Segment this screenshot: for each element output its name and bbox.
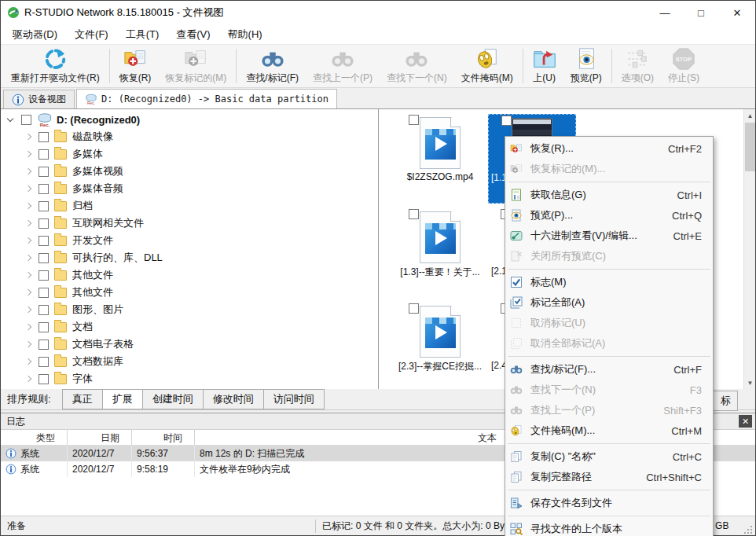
log-column-header[interactable]: 时间 — [132, 430, 195, 445]
tree-root-row[interactable]: Rec.D: (Recognized0) — [1, 111, 378, 128]
file-item[interactable]: $I2ZSZOG.mp4 — [396, 114, 484, 204]
sort-tab[interactable]: 扩展 — [102, 389, 142, 409]
checkbox[interactable] — [39, 218, 49, 229]
chevron-right-icon[interactable] — [23, 149, 34, 160]
log-column-header[interactable]: 类型 — [1, 430, 68, 445]
context-menu-item[interactable]: 复制完整路径Ctrl+Shift+C — [505, 467, 713, 487]
maximize-icon[interactable]: □ — [683, 1, 719, 24]
checkbox[interactable] — [39, 288, 49, 298]
tree-folder-row[interactable]: 图形、图片 — [1, 301, 378, 318]
checkbox[interactable] — [39, 184, 49, 194]
chevron-right-icon[interactable] — [23, 287, 34, 298]
context-menu-item[interactable]: 获取信息(G)Ctrl+I — [505, 185, 713, 205]
checkbox[interactable] — [39, 340, 49, 350]
chevron-right-icon[interactable] — [23, 321, 34, 332]
chevron-right-icon[interactable] — [23, 235, 34, 246]
tree-folder-row[interactable]: 其他文件 — [1, 284, 378, 301]
toolbar-button[interactable]: 预览(P) — [563, 46, 609, 86]
menubar-item[interactable]: 文件(F) — [66, 24, 117, 44]
checkbox[interactable] — [39, 167, 49, 177]
tree-folder-row[interactable]: 归档 — [1, 197, 378, 215]
chevron-right-icon[interactable] — [23, 304, 34, 315]
log-column-header[interactable]: 日期 — [68, 430, 132, 445]
checkbox[interactable] — [39, 374, 49, 384]
tree-folder-row[interactable]: 多媒体音频 — [1, 180, 378, 197]
vertical-scrollbar[interactable]: ▲ ▼ — [743, 109, 755, 389]
toolbar-button[interactable]: 重新打开驱动文件(R) — [4, 46, 107, 86]
minimize-icon[interactable]: — — [647, 1, 683, 24]
view-tab[interactable]: Rec.D: (Recognized0) -> Basic data parti… — [76, 89, 337, 108]
context-menu-item[interactable]: 标志(M) — [505, 272, 713, 292]
toolbar-button[interactable]: 文件掩码(M) — [454, 46, 520, 86]
toolbar-button[interactable]: STOP停止(S) — [661, 46, 706, 86]
checkbox[interactable] — [39, 149, 49, 160]
menubar-item[interactable]: 驱动器(D) — [4, 24, 66, 44]
scroll-thumb[interactable] — [745, 123, 755, 171]
context-menu-item[interactable]: 关闭所有预览(C) — [505, 246, 713, 266]
context-menu-item[interactable]: 预览(P)...Ctrl+Q — [505, 205, 713, 226]
checkbox[interactable] — [39, 357, 49, 367]
toolbar-button[interactable]: 查找下一个(N) — [380, 46, 454, 86]
context-menu-item[interactable]: 保存文件名到文件 — [505, 493, 713, 513]
toolbar-button[interactable]: 查找上一个(P) — [306, 46, 380, 86]
toolbar-button[interactable]: 查找/标记(F) — [239, 46, 306, 86]
file-item[interactable]: [1.3]--重要！关于... — [396, 208, 484, 298]
context-menu-item[interactable]: 恢复标记的(M)... — [505, 159, 713, 179]
file-checkbox[interactable] — [409, 303, 419, 314]
context-menu-item[interactable]: 取消全部标记(A) — [505, 333, 713, 354]
tree-folder-row[interactable]: 文档数据库 — [1, 353, 378, 370]
chevron-right-icon[interactable] — [23, 339, 34, 350]
tree-folder-row[interactable]: 字体 — [1, 370, 378, 387]
context-menu-item[interactable]: 查找上一个(P)Shift+F3 — [505, 400, 713, 420]
menubar-item[interactable]: 查看(V) — [167, 24, 218, 44]
chevron-right-icon[interactable] — [23, 218, 34, 229]
context-menu-item[interactable]: 查找下一个(N)F3 — [505, 380, 713, 400]
tree-folder-row[interactable]: 文档电子表格 — [1, 336, 378, 353]
context-menu-item[interactable]: 文件掩码(M)...Ctrl+M — [505, 420, 713, 441]
chevron-right-icon[interactable] — [23, 252, 34, 263]
file-checkbox[interactable] — [409, 209, 419, 219]
chevron-right-icon[interactable] — [23, 373, 34, 384]
chevron-right-icon[interactable] — [23, 270, 34, 281]
scroll-up-icon[interactable]: ▲ — [744, 109, 755, 122]
checkbox[interactable] — [39, 322, 49, 332]
tree-folder-row[interactable]: 多媒体 — [1, 145, 378, 163]
sort-tab[interactable]: 创建时间 — [142, 389, 203, 409]
log-close-icon[interactable]: ✕ — [739, 415, 752, 428]
sort-tab[interactable]: 修改时间 — [203, 389, 263, 409]
checkbox[interactable] — [39, 253, 49, 263]
file-checkbox[interactable] — [501, 116, 512, 126]
tree-folder-row[interactable]: 可执行的、库、DLL — [1, 249, 378, 266]
toolbar-button[interactable]: 上(U) — [526, 46, 563, 86]
tree-folder-row[interactable]: 开发文件 — [1, 232, 378, 249]
chevron-right-icon[interactable] — [23, 183, 34, 194]
context-menu-item[interactable]: 查找/标记(F)...Ctrl+F — [505, 359, 713, 380]
toolbar-button[interactable]: 恢复标记的(M) — [158, 46, 233, 86]
context-menu-item[interactable]: 标记全部(A) — [505, 292, 713, 313]
context-menu-item[interactable]: 取消标记(U) — [505, 313, 713, 333]
tree-folder-row[interactable]: 多媒体视频 — [1, 163, 378, 180]
chevron-right-icon[interactable] — [23, 131, 34, 142]
tree-folder-row[interactable]: 其他文件 — [1, 266, 378, 284]
chevron-right-icon[interactable] — [23, 356, 34, 367]
file-item[interactable]: [2.3]--掌握CE挖掘... — [396, 303, 484, 389]
resize-grip[interactable] — [743, 524, 754, 535]
context-menu-item[interactable]: 十六进制查看(V)/编辑...Ctrl+E — [505, 226, 713, 246]
context-menu-item[interactable]: 恢复(R)...Ctrl+F2 — [505, 138, 713, 159]
toolbar-button[interactable]: 选项(O) — [615, 46, 661, 86]
chevron-right-icon[interactable] — [23, 200, 34, 211]
tree-folder-row[interactable]: 互联网相关文件 — [1, 215, 378, 232]
checkbox[interactable] — [39, 270, 49, 281]
menubar-item[interactable]: 工具(T) — [117, 24, 168, 44]
tree-folder-row[interactable]: 磁盘映像 — [1, 128, 378, 145]
file-checkbox[interactable] — [409, 115, 419, 125]
checkbox[interactable] — [39, 132, 49, 142]
checkbox[interactable] — [39, 201, 49, 211]
checkbox[interactable] — [39, 305, 49, 315]
context-menu-item[interactable]: 复制(C) "名称"Ctrl+C — [505, 446, 713, 467]
sort-tab[interactable]: 真正 — [62, 389, 102, 409]
sort-tab[interactable]: 访问时间 — [263, 389, 325, 409]
view-tab[interactable]: 设备视图 — [3, 90, 75, 108]
checkbox[interactable] — [39, 236, 49, 246]
chevron-right-icon[interactable] — [23, 166, 34, 177]
